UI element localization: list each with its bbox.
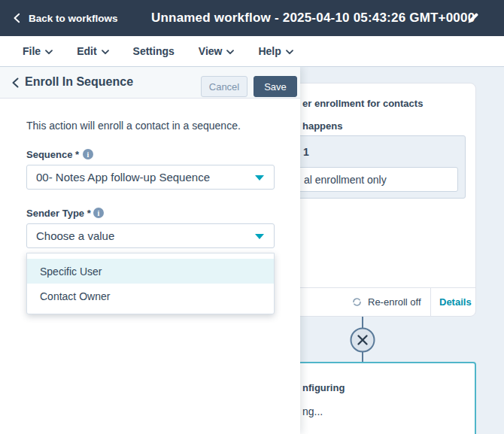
- chevron-down-icon: [286, 50, 293, 55]
- details-link[interactable]: Details: [439, 296, 472, 308]
- option-contact-owner[interactable]: Contact Owner: [27, 284, 274, 308]
- enroll-in-sequence-panel: Enroll In Sequence Cancel Save This acti…: [0, 67, 300, 434]
- menu-file[interactable]: File: [23, 45, 53, 57]
- re-enroll-icon: [351, 296, 363, 308]
- menu-settings[interactable]: Settings: [133, 45, 175, 57]
- chevron-down-icon: [226, 50, 234, 55]
- sequence-select[interactable]: 00- Notes App follow-up Sequence: [26, 165, 275, 190]
- action-card-body: ng...: [302, 405, 323, 417]
- menu-bar: File Edit Settings View Help: [0, 36, 504, 67]
- footer-divider: [430, 288, 431, 316]
- back-to-workflows-button[interactable]: Back to workflows: [12, 0, 118, 36]
- workflow-title: Unnamed workflow - 2025-04-10 05:43:26 G…: [151, 0, 475, 36]
- action-card-title: nfiguring: [302, 382, 345, 393]
- panel-description: This action will enroll a contact in a s…: [26, 120, 241, 132]
- panel-back-chevron-icon[interactable]: [10, 77, 22, 89]
- chevron-down-icon: [255, 234, 264, 239]
- menu-view[interactable]: View: [199, 45, 235, 57]
- sequence-select-value: 00- Notes App follow-up Sequence: [36, 171, 210, 184]
- sender-type-info-icon[interactable]: i: [93, 208, 104, 218]
- save-button[interactable]: Save: [254, 76, 297, 97]
- re-enroll-status: Re-enroll off: [368, 296, 421, 308]
- panel-header: Enroll In Sequence Cancel Save: [0, 67, 300, 99]
- trigger-card-heading: er enrollment for contacts: [302, 98, 423, 109]
- cancel-button[interactable]: Cancel: [201, 76, 247, 97]
- sequence-field-label: Sequence *: [26, 149, 79, 160]
- trigger-criteria-text: al enrollment only: [304, 174, 387, 186]
- back-label: Back to workflows: [29, 13, 118, 24]
- chevron-down-icon: [45, 50, 53, 55]
- sender-type-select[interactable]: Choose a value: [26, 223, 275, 248]
- panel-title: Enroll In Sequence: [25, 75, 133, 89]
- edit-title-pencil-icon[interactable]: [466, 11, 480, 25]
- unenroll-node[interactable]: [349, 326, 376, 354]
- chevron-down-icon: [255, 175, 264, 181]
- chevron-down-icon: [102, 50, 109, 55]
- top-navigation-bar: Back to workflows Unnamed workflow - 202…: [0, 0, 504, 36]
- menu-help[interactable]: Help: [258, 45, 293, 57]
- back-chevron-icon: [12, 13, 23, 23]
- trigger-group-number: 1: [303, 146, 309, 158]
- sender-type-select-value: Choose a value: [36, 229, 114, 242]
- sender-type-dropdown-menu: Specific User Contact Owner: [26, 253, 275, 314]
- option-specific-user[interactable]: Specific User: [27, 259, 274, 284]
- sequence-info-icon[interactable]: i: [83, 149, 93, 159]
- menu-edit[interactable]: Edit: [77, 45, 108, 57]
- sender-type-field-label: Sender Type *: [26, 208, 91, 219]
- trigger-card-subheading: happens: [302, 120, 342, 132]
